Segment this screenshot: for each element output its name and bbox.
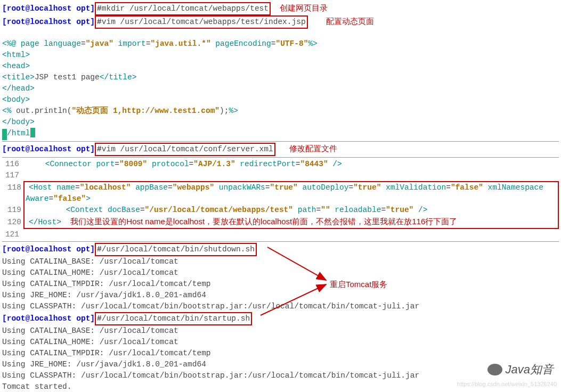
annotation-host-note: 我们这里设置的Host name是localhost，要放在默认的localho…	[70, 217, 457, 226]
prompt: [root@localhost opt]	[2, 314, 95, 323]
command-box: #/usr/local/tomcat/bin/startup.sh	[95, 312, 252, 325]
command-line-5: [root@localhost opt]#/usr/local/tomcat/b…	[2, 312, 559, 325]
prompt: [root@localhost opt]	[2, 4, 95, 13]
env-output: Using CATALINA_HOME: /usr/local/tomcat	[2, 267, 559, 279]
command-box: #vim /usr/local/tomcat/webapps/test/inde…	[95, 15, 308, 29]
prompt: [root@localhost opt]	[2, 18, 95, 26]
watermark-wechat: Java知音	[487, 361, 554, 378]
command-line-3: [root@localhost opt]#vim /usr/local/tomc…	[2, 141, 559, 156]
prompt: [root@localhost opt]	[2, 145, 95, 153]
xml-host-box: 118<Host name="localhost" appBase="webap…	[23, 181, 559, 229]
xml-code-block: 116 <Connector port="8009" protocol="AJP…	[2, 157, 559, 240]
command-line-2: [root@localhost opt]#vim /usr/local/tomc…	[2, 15, 559, 29]
command-line-4: [root@localhost opt]#/usr/local/tomcat/b…	[2, 243, 559, 256]
env-output: Using CATALINA_TMPDIR: /usr/local/tomcat…	[2, 348, 559, 359]
jsp-code-block: <%@ page language="java" import="java.ut…	[2, 38, 559, 140]
env-output: Using CLASSPATH: /usr/local/tomcat/bin/b…	[2, 301, 559, 312]
annotation-index-jsp: 配置动态页面	[326, 15, 374, 27]
command-box: #/usr/local/tomcat/bin/shutdown.sh	[95, 243, 257, 256]
env-output: Using CATALINA_BASE: /usr/local/tomcat	[2, 325, 559, 337]
command-box: #vim /usr/local/tomcat/conf/server.xml	[95, 143, 275, 156]
restart-block: [root@localhost opt]#/usr/local/tomcat/b…	[2, 241, 559, 325]
env-output: Using CATALINA_TMPDIR: /usr/local/tomcat…	[2, 279, 559, 290]
command-line-1: [root@localhost opt]#mkdir /usr/local/to…	[2, 2, 559, 15]
watermark-url: https://blog.csdn.net/weixin_51326240	[457, 380, 557, 389]
cursor-block	[30, 128, 35, 137]
annotation-server-xml: 修改配置文件	[289, 143, 337, 154]
env-output: Using JRE_HOME: /usr/java/jdk1.8.0_201-a…	[2, 290, 559, 301]
cursor-block	[2, 129, 7, 140]
command-box: #mkdir /usr/local/tomcat/webapps/test	[95, 2, 271, 15]
env-output: Using JRE_HOME: /usr/java/jdk1.8.0_201-a…	[2, 359, 559, 370]
annotation-create-dir: 创建网页目录	[280, 2, 328, 14]
env-output: Using CATALINA_HOME: /usr/local/tomcat	[2, 337, 559, 348]
env-output: Using CATALINA_BASE: /usr/local/tomcat	[2, 256, 559, 267]
annotation-restart: 重启Tomcat服务	[330, 279, 387, 290]
prompt: [root@localhost opt]	[2, 245, 95, 254]
